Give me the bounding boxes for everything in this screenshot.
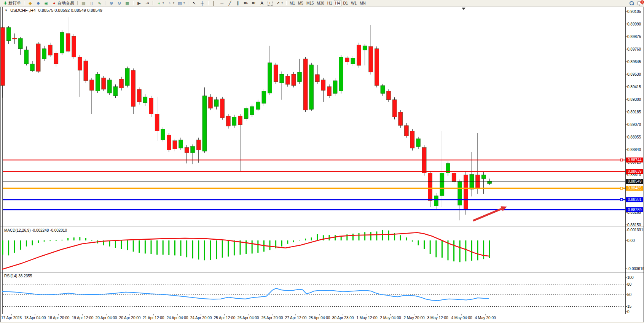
channel-button[interactable]: ∥ — [234, 0, 242, 6]
toolbar-separator — [105, 1, 106, 5]
candlestick-chart-button[interactable]: ▯ — [88, 0, 96, 6]
toolbar-separator — [153, 1, 153, 5]
toolbar-separator — [286, 1, 287, 5]
price-tick-label: 0.89645 — [627, 60, 641, 64]
timeframe-button-h4[interactable]: H4 — [334, 0, 342, 6]
macd-histogram-bar — [370, 232, 371, 240]
candle-body — [375, 49, 379, 86]
new-order-button[interactable]: ✚新订单 — [1, 0, 22, 6]
candle — [357, 43, 361, 68]
macd-indicator-name: MACD(12,26,9) — [4, 228, 30, 232]
candle-body — [315, 75, 319, 82]
profile-button[interactable]: ☻ — [34, 0, 42, 6]
candle — [137, 88, 141, 105]
price-tick-label: 0.89415 — [627, 85, 641, 89]
macd-histogram-bar — [85, 238, 86, 240]
candle-body — [131, 70, 135, 107]
timeframe-button-h1[interactable]: H1 — [326, 0, 334, 6]
candle-body — [84, 61, 88, 81]
timeframe-button-w1[interactable]: W1 — [349, 0, 358, 6]
level-line-handle[interactable] — [620, 199, 623, 201]
timeframe-button-mn[interactable]: MN — [358, 0, 367, 6]
signals-button[interactable]: ◉ — [42, 0, 50, 6]
periods-button[interactable]: ◔▾ — [166, 0, 176, 6]
candle-body — [66, 33, 70, 51]
macd-histogram-bar — [216, 240, 217, 259]
search-icon[interactable] — [629, 1, 634, 6]
channel-icon: ∥ — [236, 1, 241, 6]
zoom-out-button[interactable]: ⊖ — [115, 0, 123, 6]
candle-body — [1, 27, 5, 86]
price-tick-label: 0.89990 — [627, 22, 641, 26]
chevron-down-icon[interactable]: ▾ — [183, 2, 185, 5]
candle-body — [149, 98, 153, 114]
macd-histogram-bar — [67, 238, 69, 240]
macd-axis-label: 0.001331 — [627, 228, 643, 232]
macd-histogram-bar — [465, 240, 466, 261]
timeframe-button-m15[interactable]: M15 — [305, 0, 315, 6]
chart-shift-button[interactable]: ⇥ — [143, 0, 151, 6]
candle-body — [327, 87, 332, 96]
cursor-icon: ↖ — [192, 1, 197, 6]
timeframe-button-d1[interactable]: D1 — [341, 0, 349, 6]
candle-body — [416, 139, 421, 147]
price-tick-label: 0.88150 — [627, 223, 641, 227]
templates-button[interactable]: ▤▾ — [176, 0, 187, 6]
chevron-down-icon[interactable]: ▾ — [163, 2, 164, 5]
candle-body — [256, 102, 260, 110]
macd-histogram-bar — [388, 231, 389, 240]
macd-histogram-bar — [400, 235, 401, 240]
candle-body — [202, 96, 207, 151]
level-line-handle[interactable] — [620, 159, 623, 161]
tile-windows-button[interactable]: ▦ — [123, 0, 131, 6]
chevron-down-icon[interactable]: ▾ — [282, 2, 283, 5]
price-level-badge-label: 0.88639 — [628, 169, 642, 173]
fibonacci-retracement-button[interactable]: ≣E — [242, 0, 250, 6]
macd-indicator-values: -0.002248 -0.002010 — [32, 228, 67, 232]
candle-body — [6, 27, 11, 41]
candle — [125, 67, 129, 88]
crosshair-button[interactable]: ┼ — [198, 0, 206, 6]
candle-body — [321, 80, 325, 91]
candle-body — [464, 175, 468, 209]
market-watch-button[interactable]: ◆ — [26, 0, 34, 6]
new-order-button: ✚ — [3, 1, 8, 6]
symbol-dropdown-icon[interactable]: ▼ — [5, 9, 8, 12]
candle — [60, 30, 64, 55]
chevron-down-icon[interactable]: ▾ — [173, 2, 175, 5]
macd-histogram-bar — [477, 240, 478, 260]
timeframe-button-m1[interactable]: M1 — [288, 0, 296, 6]
cursor-button[interactable]: ↖ — [190, 0, 198, 6]
price-tick-label: 0.88955 — [627, 135, 641, 139]
text-tool-button[interactable]: A — [258, 0, 266, 6]
macd-histogram-bar — [174, 240, 175, 255]
indicators-button[interactable]: ＋▾ — [155, 0, 166, 6]
zoom-in-button[interactable]: ⊕ — [107, 0, 115, 6]
text-label-button[interactable]: T — [266, 0, 274, 6]
fibonacci-expansion-button[interactable]: ≣F — [250, 0, 258, 6]
candle-body — [440, 173, 444, 196]
chat-icon[interactable]: 1 — [637, 1, 643, 5]
macd-histogram-bar — [406, 237, 407, 240]
horizontal-line-button[interactable]: ─ — [218, 0, 226, 6]
line-chart-button[interactable]: ∿ — [96, 0, 104, 6]
candle — [72, 34, 76, 59]
vertical-line-button[interactable]: │ — [210, 0, 218, 6]
time-axis-label: 24 Apr 04:00 — [167, 316, 188, 320]
macd-axis-label: 0.00 — [627, 239, 635, 243]
candle-body — [30, 64, 35, 71]
timeframe-button-m5[interactable]: M5 — [296, 0, 305, 6]
auto-scroll-button[interactable]: ▶ — [135, 0, 143, 6]
auto-trading-button[interactable]: ●自动交易 — [50, 0, 76, 6]
trendline-button[interactable]: ╱ — [226, 0, 234, 6]
arrows-tool-icon: ↗ — [276, 1, 281, 6]
level-line-handle[interactable] — [620, 187, 623, 189]
candle-body — [387, 91, 391, 100]
time-axis-label: 26 Apr 04:00 — [238, 316, 259, 320]
bar-chart-button[interactable]: ▥ — [80, 0, 88, 6]
arrows-tool-button[interactable]: ↗▾ — [274, 0, 285, 6]
candle-body — [196, 140, 201, 150]
time-axis-label: 20 Apr 04:00 — [96, 316, 117, 320]
timeframe-button-m30[interactable]: M30 — [315, 0, 325, 6]
candle-body — [143, 97, 147, 103]
